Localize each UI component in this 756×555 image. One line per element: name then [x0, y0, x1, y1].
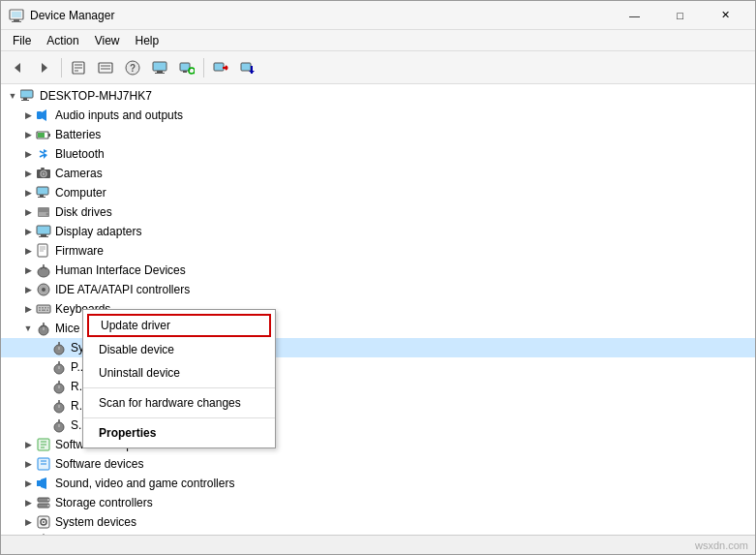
svg-rect-67 — [39, 310, 41, 312]
svg-marker-4 — [15, 63, 20, 73]
expand-displayadapters[interactable]: ▶ — [20, 224, 36, 239]
window-controls: — □ ✕ — [613, 1, 747, 30]
svg-point-48 — [46, 213, 49, 216]
expand-root[interactable]: ▼ — [5, 88, 20, 104]
menu-help[interactable]: Help — [128, 32, 167, 49]
tree-item-firmware[interactable]: ▶ Firmware — [1, 241, 755, 261]
status-bar: wsxdn.com — [1, 535, 755, 554]
expand-sound[interactable]: ▶ — [20, 476, 36, 491]
event-button[interactable] — [93, 55, 118, 80]
maximize-button[interactable]: □ — [658, 1, 702, 30]
audio-icon — [36, 108, 51, 123]
expand-diskdrives[interactable]: ▶ — [20, 204, 36, 220]
ideata-icon — [36, 282, 51, 297]
minimize-button[interactable]: — — [613, 1, 656, 30]
expand-firmware[interactable]: ▶ — [20, 243, 36, 259]
tree-item-bluetooth[interactable]: ▶ Bluetooth — [1, 144, 755, 164]
update-button[interactable] — [235, 55, 260, 80]
svg-line-21 — [194, 73, 195, 74]
menu-file[interactable]: File — [5, 32, 39, 49]
expand-usb[interactable]: ▶ — [20, 534, 36, 535]
storage-label: Storage controllers — [55, 496, 153, 509]
menu-action[interactable]: Action — [39, 32, 86, 49]
tree-item-usb[interactable]: ▶ Universal Serial Bus controllers — [1, 532, 755, 535]
svg-rect-3 — [12, 21, 21, 22]
svg-marker-33 — [42, 109, 46, 121]
ideata-label: IDE ATA/ATAPI controllers — [55, 283, 190, 296]
forward-button[interactable] — [32, 55, 57, 80]
svg-rect-31 — [21, 100, 29, 101]
disk-icon — [36, 204, 51, 220]
svg-rect-97 — [37, 480, 41, 486]
tree-item-batteries[interactable]: ▶ Batteries — [1, 125, 755, 144]
svg-point-61 — [42, 288, 45, 292]
expand-systemdevices[interactable]: ▶ — [20, 514, 36, 530]
tree-item-computer[interactable]: ▶ Computer — [1, 183, 755, 202]
ctx-disable-device[interactable]: Disable device — [83, 338, 275, 361]
remove-button[interactable] — [208, 55, 233, 80]
battery-icon — [36, 127, 51, 142]
tree-item-sound[interactable]: ▶ Sound, video and game controllers — [1, 474, 755, 493]
expand-hid[interactable]: ▶ — [20, 262, 36, 278]
ctx-uninstall-device[interactable]: Uninstall device — [83, 361, 275, 385]
tree-item-hid[interactable]: ▶ Human Interface Devices — [1, 261, 755, 280]
svg-rect-29 — [20, 90, 33, 98]
expand-softwarecomponents[interactable]: ▶ — [20, 437, 36, 452]
svg-rect-64 — [42, 307, 44, 309]
svg-rect-51 — [39, 236, 48, 237]
window-icon — [9, 8, 24, 23]
mice-icon — [36, 321, 51, 336]
expand-keyboards[interactable]: ▶ — [20, 301, 36, 317]
usb-icon — [36, 534, 51, 535]
systemdevices-icon — [36, 514, 51, 530]
svg-marker-107 — [42, 534, 45, 535]
tree-item-audio[interactable]: ▶ Audio inputs and outputs — [1, 106, 755, 125]
svg-rect-66 — [47, 307, 49, 309]
storage-icon — [36, 495, 51, 510]
expand-storage[interactable]: ▶ — [20, 495, 36, 510]
tree-item-systemdevices[interactable]: ▶ System devices — [1, 512, 755, 532]
expand-audio[interactable]: ▶ — [20, 108, 36, 123]
svg-rect-26 — [241, 63, 251, 71]
svg-rect-43 — [37, 187, 48, 195]
expand-cameras[interactable]: ▶ — [20, 166, 36, 181]
computer-tree-icon — [36, 185, 51, 200]
computer-label: Computer — [55, 186, 106, 200]
svg-rect-42 — [41, 168, 45, 170]
scan-button[interactable] — [174, 55, 199, 80]
tree-item-displayadapters[interactable]: ▶ Display adapters — [1, 222, 755, 241]
tree-root[interactable]: ▼ DESKTOP-MHJ7HK7 — [1, 86, 755, 106]
expand-computer[interactable]: ▶ — [20, 185, 36, 200]
expand-softwaredevices[interactable]: ▶ — [20, 456, 36, 472]
properties-button[interactable] — [66, 55, 91, 80]
help-button[interactable]: ? — [120, 55, 145, 80]
expand-ideata[interactable]: ▶ — [20, 282, 36, 297]
expand-mice[interactable]: ▼ — [20, 321, 36, 336]
tree-item-cameras[interactable]: ▶ Cameras — [1, 164, 755, 183]
svg-rect-22 — [214, 63, 224, 71]
ctx-properties[interactable]: Properties — [83, 421, 275, 445]
softwarecomponents-icon — [36, 437, 51, 452]
device-tree[interactable]: ▼ DESKTOP-MHJ7HK7 ▶ — [1, 84, 755, 535]
menu-view[interactable]: View — [87, 32, 128, 49]
expand-bluetooth[interactable]: ▶ — [20, 146, 36, 162]
computer-button[interactable] — [147, 55, 172, 80]
tree-item-ideata[interactable]: ▶ IDE ATA/ATAPI controllers — [1, 280, 755, 299]
ctx-scan-hardware[interactable]: Scan for hardware changes — [83, 391, 275, 415]
tree-item-diskdrives[interactable]: ▶ Disk drives — [1, 202, 755, 222]
window-title: Device Manager — [30, 9, 613, 22]
firmware-icon — [36, 243, 51, 259]
ctx-update-driver[interactable]: Update driver — [87, 314, 271, 337]
toolbar-sep-1 — [61, 58, 62, 77]
svg-rect-19 — [183, 71, 187, 73]
mouse4-icon — [51, 398, 67, 414]
expand-batteries[interactable]: ▶ — [20, 127, 36, 142]
svg-rect-16 — [157, 71, 163, 73]
tree-item-softwaredevices[interactable]: ▶ Software devices — [1, 454, 755, 474]
svg-rect-36 — [38, 133, 45, 138]
svg-rect-45 — [38, 197, 45, 198]
svg-rect-1 — [12, 12, 21, 17]
tree-item-storage[interactable]: ▶ Storage controllers — [1, 493, 755, 512]
back-button[interactable] — [5, 55, 30, 80]
close-button[interactable]: ✕ — [704, 1, 747, 30]
